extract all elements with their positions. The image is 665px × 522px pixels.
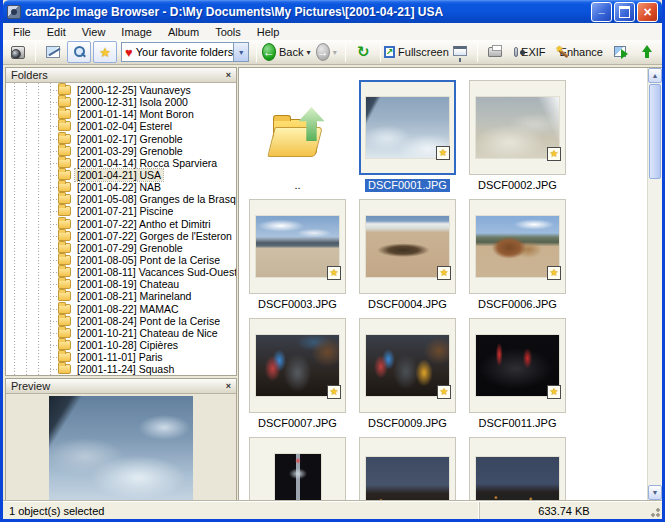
thumbnail-cell-selected[interactable]: DSCF0001.JPG xyxy=(359,80,456,193)
thumbnail-cell[interactable]: DSCF0011.JPG xyxy=(469,318,566,431)
folder-label: [2001-08-24] Pont de la Cerise xyxy=(75,315,222,327)
back-label: Back xyxy=(279,46,303,58)
thumbnail-cell[interactable] xyxy=(469,437,566,500)
scroll-down-arrow-icon[interactable] xyxy=(648,485,662,500)
resize-grip[interactable] xyxy=(648,502,662,519)
exif-button[interactable]: EXIF xyxy=(509,41,550,63)
folder-tree-item[interactable]: [2001-08-11] Vacances Sud-Ouest xyxy=(6,266,236,278)
folder-tree-item[interactable]: [2001-10-28] Cipières xyxy=(6,339,236,351)
thumbnail-row: .. DSCF0001.JPG DSCF0002.JPG xyxy=(249,80,647,193)
menu-view[interactable]: View xyxy=(74,25,114,39)
close-button[interactable] xyxy=(637,2,658,22)
folder-tree-item[interactable]: [2000-12-25] Vaunaveys xyxy=(6,84,236,96)
status-size-text: 633.74 KB xyxy=(480,502,648,519)
folder-tree-item[interactable]: [2001-07-21] Piscine xyxy=(6,205,236,217)
folder-tree-item[interactable]: [2000-12-31] Isola 2000 xyxy=(6,96,236,108)
folders-panel-header: Folders xyxy=(6,68,236,83)
folder-icon xyxy=(58,352,71,362)
slideshow-screen-icon xyxy=(453,46,467,56)
thumbnail-label: DSCF0002.JPG xyxy=(475,179,560,192)
folder-tree-item[interactable]: [2001-08-05] Pont de la Cerise xyxy=(6,254,236,266)
print-button[interactable] xyxy=(483,41,507,63)
close-folders-panel-button[interactable] xyxy=(226,71,231,80)
maximize-button[interactable] xyxy=(614,2,635,22)
thumbnail-grid: .. DSCF0001.JPG DSCF0002.JPG DSCF0003.JP xyxy=(239,68,647,500)
refresh-button[interactable] xyxy=(351,41,375,63)
folder-tree-item[interactable]: [2001-07-22] Antho et Dimitri xyxy=(6,218,236,230)
folder-label: [2001-01-14] Mont Boron xyxy=(75,108,196,120)
thumbnails-scrollbar-track[interactable] xyxy=(648,83,662,485)
upload-button[interactable] xyxy=(635,41,659,63)
preview-image xyxy=(49,396,193,500)
dropdown-arrow-icon[interactable] xyxy=(233,43,248,61)
folder-icon xyxy=(58,340,71,350)
forward-history-arrow-icon: ▾ xyxy=(333,48,337,57)
camera-download-button[interactable] xyxy=(6,41,30,63)
folder-tree-item[interactable]: [2001-08-19] Chateau xyxy=(6,278,236,290)
window-title: cam2pc Image Browser - D:\My Documents\M… xyxy=(25,5,443,19)
forward-button[interactable]: ▾ xyxy=(312,41,340,63)
favorite-star-icon xyxy=(547,147,561,161)
scroll-up-arrow-icon[interactable] xyxy=(648,68,662,83)
thumbnail-cell[interactable]: DSCF0009.JPG xyxy=(359,318,456,431)
thumbnail-label: DSCF0009.JPG xyxy=(365,417,450,430)
menu-album[interactable]: Album xyxy=(160,25,207,39)
folder-label: [2000-12-25] Vaunaveys xyxy=(75,84,193,96)
menu-tools[interactable]: Tools xyxy=(207,25,249,39)
folder-tree-item[interactable]: [2001-11-01] Paris xyxy=(6,351,236,363)
folder-tree-item[interactable]: [2001-03-29] Grenoble xyxy=(6,145,236,157)
thumbnail-cell[interactable] xyxy=(249,437,346,500)
thumbnails-scrollbar-thumb[interactable] xyxy=(649,84,661,179)
browse-mode-button[interactable] xyxy=(67,41,91,63)
convert-images-icon xyxy=(614,46,628,59)
folder-tree-item[interactable]: [2001-04-14] Rocca Sparviera xyxy=(6,157,236,169)
minimize-button[interactable] xyxy=(591,2,612,22)
folder-tree-item[interactable]: [2001-02-17] Grenoble xyxy=(6,133,236,145)
thumbnails-scrollbar[interactable] xyxy=(647,68,662,500)
image-adjust-button[interactable] xyxy=(41,41,65,63)
convert-button[interactable] xyxy=(609,41,633,63)
folder-tree-item[interactable]: [2001-11-24] Squash xyxy=(6,363,236,375)
parent-folder-cell[interactable]: .. xyxy=(249,83,346,193)
title-bar[interactable]: cam2pc Image Browser - D:\My Documents\M… xyxy=(3,0,662,23)
slideshow-button[interactable] xyxy=(448,41,472,63)
thumbnail-cell[interactable]: DSCF0007.JPG xyxy=(249,318,346,431)
thumbnail-cell[interactable]: DSCF0002.JPG xyxy=(469,80,566,193)
folder-tree-item[interactable]: [2001-05-08] Granges de la Brasque xyxy=(6,193,236,205)
thumbnail-cell[interactable]: DSCF0003.JPG xyxy=(249,199,346,312)
menu-edit[interactable]: Edit xyxy=(39,25,74,39)
folder-tree-item[interactable]: [2001-08-22] MAMAC xyxy=(6,303,236,315)
thumbnail-cell[interactable]: DSCF0006.JPG xyxy=(469,199,566,312)
folder-tree-item[interactable]: [2001-10-21] Chateau de Nice xyxy=(6,327,236,339)
enhance-button[interactable]: Enhance xyxy=(553,41,607,63)
favorite-folders-dropdown[interactable]: ♥ Your favorite folders xyxy=(121,42,249,62)
folder-tree-item[interactable]: [2001-04-22] NAB xyxy=(6,181,236,193)
thumbnail-cell[interactable]: DSCF0004.JPG xyxy=(359,199,456,312)
folder-label: [2001-08-19] Chateau xyxy=(75,278,181,290)
folder-label: [2001-04-14] Rocca Sparviera xyxy=(75,157,219,169)
fullscreen-icon xyxy=(384,46,396,58)
back-button[interactable]: Back ▾ xyxy=(262,41,310,63)
thumbnail-area: .. DSCF0001.JPG DSCF0002.JPG DSCF0003.JP xyxy=(238,67,662,501)
menu-bar: File Edit View Image Album Tools Help xyxy=(3,23,662,40)
folder-tree-item[interactable]: [2001-02-04] Esterel xyxy=(6,120,236,132)
folder-tree-item[interactable]: [2001-08-21] Marineland xyxy=(6,290,236,302)
folder-icon xyxy=(58,182,71,192)
close-preview-panel-button[interactable] xyxy=(226,382,231,391)
thumbnail-cell[interactable] xyxy=(359,437,456,500)
menu-image[interactable]: Image xyxy=(113,25,160,39)
menu-file[interactable]: File xyxy=(5,25,39,39)
favorite-star-icon xyxy=(327,266,341,280)
folder-label: [2001-08-11] Vacances Sud-Ouest xyxy=(75,266,236,278)
thumbnail-label: DSCF0006.JPG xyxy=(475,298,560,311)
back-history-arrow-icon[interactable]: ▾ xyxy=(306,48,310,57)
folder-tree-item[interactable]: [2001-08-24] Pont de la Cerise xyxy=(6,315,236,327)
folder-tree-item-selected[interactable]: [2001-04-21] USA xyxy=(6,169,236,181)
folder-tree-item[interactable]: [2001-01-14] Mont Boron xyxy=(6,108,236,120)
favorites-mode-button[interactable]: ★ xyxy=(93,41,117,63)
fullscreen-button[interactable]: Fullscreen xyxy=(386,41,446,63)
folder-tree-item[interactable]: [2001-07-22] Gorges de l'Esteron xyxy=(6,230,236,242)
menu-help[interactable]: Help xyxy=(249,25,288,39)
folder-tree-item[interactable]: [2001-07-29] Grenoble xyxy=(6,242,236,254)
toolbar: ★ ♥ Your favorite folders Back ▾ ▾ Fulls… xyxy=(3,40,662,65)
